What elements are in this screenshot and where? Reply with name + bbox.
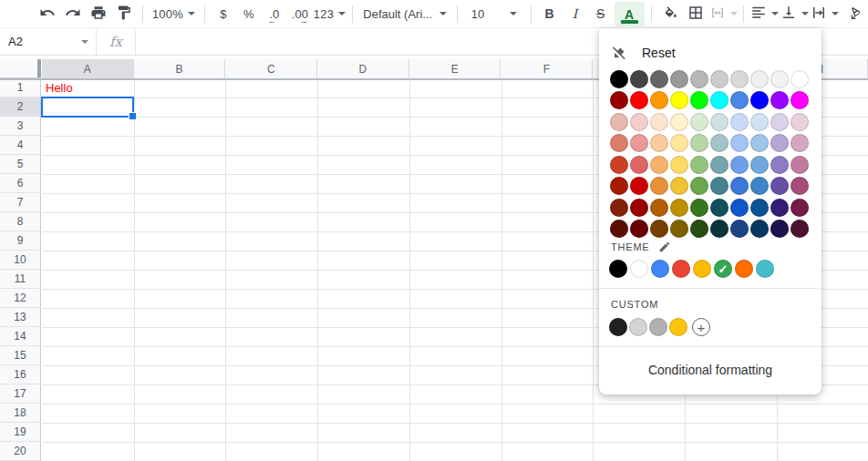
color-swatch[interactable] (610, 113, 628, 131)
zoom-select[interactable]: 100% (152, 2, 195, 26)
color-swatch[interactable] (610, 156, 628, 174)
color-swatch[interactable] (730, 113, 749, 131)
text-wrap-button[interactable] (811, 2, 839, 26)
color-swatch[interactable] (730, 177, 749, 195)
row-header-15[interactable]: 15 (0, 346, 41, 365)
theme-color-swatch[interactable] (735, 260, 753, 278)
theme-color-swatch[interactable] (651, 260, 669, 278)
column-header-B[interactable]: B (134, 59, 226, 78)
color-swatch[interactable] (790, 199, 809, 217)
color-swatch[interactable] (790, 177, 809, 195)
font-select[interactable]: Default (Ari... (359, 2, 450, 26)
color-swatch[interactable] (630, 70, 648, 88)
color-swatch[interactable] (710, 134, 728, 152)
color-swatch[interactable] (670, 91, 688, 109)
color-swatch[interactable] (670, 199, 688, 217)
color-swatch[interactable] (790, 113, 809, 131)
color-swatch[interactable] (710, 113, 728, 131)
color-swatch[interactable] (610, 177, 628, 195)
color-swatch[interactable] (710, 199, 728, 217)
theme-color-swatch[interactable] (630, 260, 648, 278)
color-swatch[interactable] (750, 70, 769, 88)
horizontal-align-button[interactable] (750, 2, 779, 26)
color-swatch[interactable] (770, 113, 789, 131)
row-header-14[interactable]: 14 (0, 327, 41, 346)
column-header-E[interactable]: E (409, 59, 501, 78)
paint-format-button[interactable] (112, 2, 136, 26)
color-swatch[interactable] (610, 220, 628, 238)
color-swatch[interactable] (670, 220, 688, 238)
row-header-10[interactable]: 10 (0, 251, 41, 270)
color-swatch[interactable] (630, 177, 648, 195)
color-swatch[interactable] (610, 70, 628, 88)
row-header-7[interactable]: 7 (0, 193, 41, 212)
borders-button[interactable] (684, 2, 708, 26)
row-header-1[interactable]: 1 (0, 78, 41, 97)
vertical-align-button[interactable] (780, 2, 809, 26)
format-percent-button[interactable]: % (237, 2, 261, 26)
color-swatch[interactable] (690, 134, 708, 152)
color-swatch[interactable] (710, 91, 728, 109)
color-swatch[interactable] (790, 156, 809, 174)
color-swatch[interactable] (710, 70, 728, 88)
color-swatch[interactable] (730, 199, 749, 217)
theme-color-swatch[interactable] (609, 260, 627, 278)
color-swatch[interactable] (730, 91, 749, 109)
color-swatch[interactable] (690, 70, 708, 88)
color-swatch[interactable] (690, 220, 708, 238)
custom-color-swatch[interactable] (629, 318, 647, 336)
color-swatch[interactable] (630, 156, 648, 174)
conditional-formatting-link[interactable]: Conditional formatting (599, 346, 822, 394)
row-header-8[interactable]: 8 (0, 212, 41, 231)
select-all-corner[interactable] (0, 59, 41, 78)
color-swatch[interactable] (670, 177, 688, 195)
decrease-decimal-button[interactable]: .0 ← (263, 2, 286, 26)
edit-theme-icon[interactable] (658, 241, 671, 253)
color-swatch[interactable] (670, 113, 688, 131)
print-button[interactable] (87, 2, 110, 26)
color-swatch[interactable] (650, 70, 668, 88)
row-header-6[interactable]: 6 (0, 174, 41, 193)
color-swatch[interactable] (650, 177, 668, 195)
color-swatch[interactable] (630, 199, 648, 217)
color-swatch[interactable] (750, 199, 769, 217)
color-swatch[interactable] (730, 156, 749, 174)
color-swatch[interactable] (610, 91, 628, 109)
row-header-17[interactable]: 17 (0, 384, 41, 404)
color-swatch[interactable] (750, 91, 769, 109)
theme-color-swatch[interactable]: ✓ (714, 260, 732, 278)
color-swatch[interactable] (690, 91, 708, 109)
color-swatch[interactable] (790, 134, 809, 152)
color-swatch[interactable] (770, 199, 789, 217)
color-swatch[interactable] (690, 113, 708, 131)
color-swatch[interactable] (710, 156, 728, 174)
color-swatch[interactable] (750, 156, 769, 174)
row-header-5[interactable]: 5 (0, 155, 41, 174)
color-swatch[interactable] (690, 199, 708, 217)
column-header-D[interactable]: D (317, 59, 409, 78)
column-header-A[interactable]: A (42, 59, 134, 78)
theme-color-swatch[interactable] (672, 260, 690, 278)
color-swatch[interactable] (730, 134, 749, 152)
color-swatch[interactable] (730, 70, 749, 88)
color-swatch[interactable] (630, 113, 648, 131)
color-swatch[interactable] (690, 156, 708, 174)
text-color-button[interactable]: A (615, 2, 645, 26)
row-header-12[interactable]: 12 (0, 289, 41, 308)
row-header-19[interactable]: 19 (0, 423, 41, 442)
color-swatch[interactable] (670, 70, 688, 88)
color-swatch[interactable] (750, 220, 769, 238)
color-swatch[interactable] (650, 91, 668, 109)
text-rotation-button[interactable] (843, 2, 867, 26)
color-swatch[interactable] (790, 220, 809, 238)
color-swatch[interactable] (790, 70, 809, 88)
strikethrough-button[interactable]: S (589, 2, 613, 26)
row-header-2[interactable]: 2 (0, 97, 41, 117)
format-currency-button[interactable]: $ (212, 2, 235, 26)
color-swatch[interactable] (770, 156, 789, 174)
row-header-9[interactable]: 9 (0, 231, 41, 251)
column-header-C[interactable]: C (225, 59, 317, 78)
custom-color-swatch[interactable] (649, 318, 667, 336)
color-swatch[interactable] (750, 177, 769, 195)
cell-A1[interactable]: Hello (42, 78, 134, 97)
